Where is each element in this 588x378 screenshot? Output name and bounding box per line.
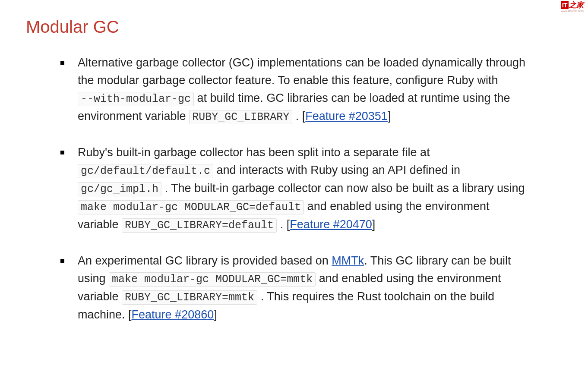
code-inline: make modular-gc MODULAR_GC=mmtk [109,272,316,287]
text: ] [372,218,376,231]
text: . [ [280,218,290,231]
list-item: Ruby's built-in garbage collector has be… [60,144,528,234]
list-item: An experimental GC library is provided b… [60,252,528,324]
text: . [ [296,110,306,123]
text: ] [388,110,391,123]
text: Ruby's built-in garbage collector has be… [78,146,430,159]
code-inline: gc/default/default.c [78,164,213,178]
feature-link[interactable]: Feature #20470 [290,218,372,231]
feature-link[interactable]: Feature #20351 [305,110,388,123]
text: . The built-in garbage collector can now… [165,182,525,195]
document-body: Modular GC Alternative garbage collector… [0,0,588,359]
watermark-logo-right: 之家 [569,1,584,9]
feature-link[interactable]: Feature #20860 [132,308,214,321]
code-inline: RUBY_GC_LIBRARY [189,110,292,124]
code-inline: RUBY_GC_LIBRARY=mmtk [122,290,257,305]
text: Alternative garbage collector (GC) imple… [78,56,525,87]
text: ] [214,308,217,321]
watermark-logo-left: IT [561,1,569,9]
watermark-url: www.ithome.com [561,9,584,13]
mmtk-link[interactable]: MMTk [332,254,364,267]
code-inline: gc/gc_impl.h [78,182,161,196]
section-heading: Modular GC [26,17,562,37]
code-inline: make modular-gc MODULAR_GC=default [78,200,304,214]
code-inline: --with-modular-gc [78,92,194,106]
watermark-logo: IT 之家 [561,1,584,9]
text: and interacts with Ruby using an API def… [217,164,460,176]
text: An experimental GC library is provided b… [78,254,332,267]
list-item: Alternative garbage collector (GC) imple… [60,54,528,126]
code-inline: RUBY_GC_LIBRARY=default [122,218,277,233]
feature-list: Alternative garbage collector (GC) imple… [26,54,562,324]
watermark: IT 之家 www.ithome.com [561,1,584,13]
